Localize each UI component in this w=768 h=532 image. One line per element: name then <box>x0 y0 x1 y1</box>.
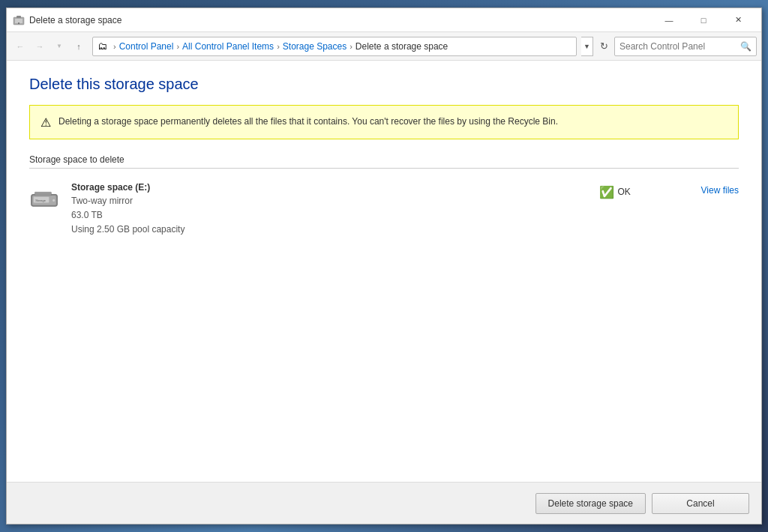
breadcrumb-icon: 🗂 <box>98 40 107 52</box>
minimize-button[interactable]: — <box>652 8 686 32</box>
warning-text: Deleting a storage space permanently del… <box>58 115 558 128</box>
delete-storage-button[interactable]: Delete storage space <box>536 493 646 514</box>
content-area: Delete this storage space ⚠ Deleting a s… <box>7 61 761 482</box>
view-files-link[interactable]: View files <box>701 182 739 196</box>
breadcrumb-storage-spaces[interactable]: Storage Spaces <box>283 41 346 52</box>
titlebar: Delete a storage space — □ ✕ <box>7 8 761 32</box>
svg-rect-2 <box>16 16 21 18</box>
breadcrumb-all-items[interactable]: All Control Panel Items <box>182 41 274 52</box>
warning-box: ⚠ Deleting a storage space permanently d… <box>29 105 739 139</box>
breadcrumb-bar: 🗂 › Control Panel › All Control Panel It… <box>92 37 577 56</box>
dropdown-button[interactable]: ▼ <box>50 37 68 55</box>
warning-icon: ⚠ <box>40 115 51 130</box>
main-window: Delete a storage space — □ ✕ ← → ▼ ↑ 🗂 ›… <box>6 7 762 525</box>
storage-info: Storage space (E:) Two-way mirror 63.0 T… <box>71 182 587 238</box>
storage-size: 63.0 TB <box>71 208 587 223</box>
page-title: Delete this storage space <box>29 76 739 93</box>
storage-item: Storage Storage space (E:) Two-way mirro… <box>29 179 739 241</box>
forward-button[interactable]: → <box>31 37 49 55</box>
svg-point-7 <box>52 199 55 202</box>
storage-type: Two-way mirror <box>71 194 587 208</box>
up-button[interactable]: ↑ <box>70 37 88 55</box>
storage-capacity: Using 2.50 GB pool capacity <box>71 223 587 237</box>
breadcrumb-current: Delete a storage space <box>356 41 448 52</box>
window-title: Delete a storage space <box>29 15 652 25</box>
search-box: 🔍 <box>614 37 757 56</box>
close-button[interactable]: ✕ <box>721 8 755 32</box>
cancel-button[interactable]: Cancel <box>652 493 749 514</box>
search-input[interactable] <box>620 41 740 52</box>
status-text: OK <box>618 187 631 197</box>
drive-icon: Storage <box>29 185 59 212</box>
refresh-button[interactable]: ↻ <box>595 37 613 55</box>
maximize-button[interactable]: □ <box>686 8 721 32</box>
svg-rect-6 <box>34 192 51 196</box>
storage-status: ✅ OK <box>599 182 689 199</box>
svg-text:Storage: Storage <box>35 199 46 202</box>
footer: Delete storage space Cancel <box>7 482 761 524</box>
navigation-bar: ← → ▼ ↑ 🗂 › Control Panel › All Control … <box>7 32 761 61</box>
search-icon[interactable]: 🔍 <box>740 41 752 52</box>
storage-name: Storage space (E:) <box>71 182 587 193</box>
back-button[interactable]: ← <box>11 37 29 55</box>
section-title: Storage space to delete <box>29 154 739 169</box>
window-icon <box>13 14 25 26</box>
breadcrumb-dropdown[interactable]: ▼ <box>581 37 593 56</box>
svg-point-3 <box>18 22 20 24</box>
window-controls: — □ ✕ <box>652 8 755 32</box>
breadcrumb-control-panel[interactable]: Control Panel <box>119 41 174 52</box>
status-ok-icon: ✅ <box>599 185 614 199</box>
